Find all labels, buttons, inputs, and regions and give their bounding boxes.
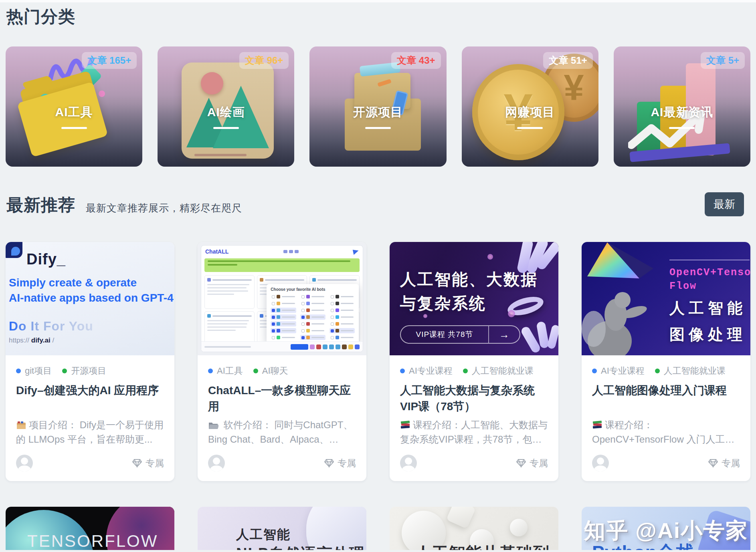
- tag-dot: [400, 369, 405, 373]
- category-underline: [365, 127, 391, 129]
- article-count-badge: 文章 51+: [543, 52, 592, 69]
- category-underline: [213, 127, 239, 129]
- vip-pill: VIP课程 共78节 →: [400, 325, 520, 344]
- card-index-dividers-icon: [16, 420, 26, 430]
- tag-ai-tools[interactable]: AI工具: [208, 365, 243, 377]
- robot-hand-art: [504, 242, 558, 289]
- banner-line4: 图像处理: [669, 324, 746, 345]
- tag-row: AI工具 AI聊天: [208, 365, 356, 377]
- member-badge: 专属: [708, 457, 740, 469]
- books-icon: [400, 420, 410, 430]
- gem-icon: [708, 458, 718, 468]
- banner-line3: 人工智能: [669, 298, 746, 318]
- dify-url: https:// dify.ai /: [9, 336, 54, 344]
- notice-banner: [204, 258, 360, 272]
- member-badge: 专属: [516, 457, 548, 469]
- latest-title: 最新推荐: [6, 194, 75, 216]
- vip-course-thumbnail: 人工智能、大数据 与复杂系统 VIP课程 共78节 →: [390, 242, 558, 355]
- tag-ai-course[interactable]: AI专业课程: [400, 365, 453, 377]
- article-description: 课程介绍：人工智能、大数据与复杂系统VIP课程，共78节，包…: [400, 418, 548, 447]
- banner-line1: 人工智能: [236, 526, 291, 544]
- tag-dot: [463, 369, 468, 373]
- category-card-ai-tools[interactable]: 文章 165+ AI工具: [6, 46, 142, 167]
- member-badge: 专属: [324, 457, 356, 469]
- tag-dot: [592, 369, 597, 373]
- member-badge: 专属: [132, 457, 164, 469]
- category-label: 网赚项目: [505, 105, 555, 119]
- hot-categories-grid: 文章 165+ AI工具 文章 96+ AI绘画: [0, 46, 756, 167]
- tag-ai-course[interactable]: AI专业课程: [592, 365, 645, 377]
- chatall-thumbnail: ChatALL Choose your favorite AI bots: [198, 242, 366, 355]
- gem-icon: [132, 458, 142, 468]
- author-avatar[interactable]: [592, 455, 609, 471]
- category-card-ai-news[interactable]: 文章 5+ AI最新资讯: [614, 46, 750, 167]
- tag-dot: [62, 369, 67, 373]
- article-description: 课程介绍： OpenCV+TensorFlow 入门人工…: [592, 418, 740, 447]
- category-underline: [517, 127, 543, 129]
- chat-input-bar: [201, 341, 363, 352]
- chatall-logo-text: ChatALL: [205, 248, 228, 255]
- zhihu-watermark: 知乎 @Ai小专家: [584, 516, 748, 546]
- tag-dot: [16, 369, 21, 373]
- gem-icon: [516, 458, 526, 468]
- dify-slogan-line2: AI-native apps based on GPT-4: [9, 292, 174, 304]
- author-avatar[interactable]: [400, 455, 417, 471]
- tag-dot: [655, 369, 660, 373]
- category-label: 开源项目: [353, 105, 403, 119]
- tag-git[interactable]: git项目: [16, 365, 52, 377]
- category-label: AI最新资讯: [651, 105, 713, 119]
- banner-line2: Flow: [669, 280, 697, 292]
- author-avatar[interactable]: [16, 455, 33, 471]
- article-title[interactable]: 人工智能大数据与复杂系统VIP课（78节）: [400, 383, 548, 415]
- article-count-badge: 文章 165+: [82, 52, 137, 69]
- popup-title: Choose your favorite AI bots: [271, 287, 355, 292]
- article-footer: 专属: [592, 455, 740, 471]
- article-description: 软件介绍： 同时与ChatGPT、Bing Chat、Bard、Alpaca、…: [208, 418, 356, 447]
- dify-thumbnail: Dify_ Simply create & operate AI-native …: [6, 242, 174, 355]
- article-card-image-processing[interactable]: OpenCV+Tensor Flow 人工智能 图像处理 AI专业课程 人工智能…: [582, 242, 750, 481]
- banner-line2: NLP自然语言处理: [236, 544, 365, 550]
- article-count-badge: 文章 43+: [391, 52, 441, 69]
- latest-filter-button[interactable]: 最新: [705, 192, 744, 216]
- latest-subtitle: 最新文章推荐展示，精彩尽在咫尺: [86, 201, 242, 215]
- category-card-open-source[interactable]: 文章 43+ 开源项目: [309, 46, 446, 167]
- books-icon: [592, 420, 602, 430]
- tag-dot: [208, 369, 213, 373]
- tag-ai-career[interactable]: 人工智能就业课: [655, 365, 726, 377]
- dify-logo-icon: [6, 242, 22, 258]
- category-card-ai-painting[interactable]: 文章 96+ AI绘画: [158, 46, 294, 167]
- article-card-ai-basics[interactable]: 人工智能从基础到实战: [390, 507, 558, 550]
- article-card-chatall[interactable]: ChatALL Choose your favorite AI bots: [198, 242, 366, 481]
- banner-line2: 与复杂系统: [400, 292, 486, 314]
- author-avatar[interactable]: [208, 455, 225, 471]
- banner-text: 人工智能从基础到实战: [415, 542, 558, 550]
- paper-plane-icon: [353, 248, 359, 255]
- article-card-dify[interactable]: Dify_ Simply create & operate AI-native …: [6, 242, 174, 481]
- category-underline: [669, 127, 695, 129]
- article-title[interactable]: ChatALL–一款多模型聊天应用: [208, 383, 356, 415]
- tag-ai-career[interactable]: 人工智能就业课: [463, 365, 534, 377]
- category-label: AI绘画: [207, 105, 245, 119]
- dify-logo-text: Dify_: [26, 251, 66, 268]
- statue-art: [582, 281, 662, 355]
- page: 热门分类 文章 165+ AI工具 文章 96+: [0, 0, 756, 552]
- article-title[interactable]: 人工智能图像处理入门课程: [592, 383, 740, 415]
- hot-categories-title: 热门分类: [6, 6, 756, 28]
- tag-row: AI专业课程 人工智能就业课: [592, 365, 740, 377]
- article-count-badge: 文章 96+: [239, 52, 289, 69]
- image-course-thumbnail: OpenCV+Tensor Flow 人工智能 图像处理: [582, 242, 750, 355]
- article-footer: 专属: [208, 455, 356, 471]
- article-card-nlp[interactable]: 人工智能 NLP自然语言处理: [198, 507, 366, 550]
- article-card-tensorflow[interactable]: TENSORFLOW: [6, 507, 174, 550]
- tag-opensource[interactable]: 开源项目: [62, 365, 106, 377]
- category-card-money-projects[interactable]: 文章 51+ 网赚项目: [462, 46, 598, 167]
- article-description: 项目介绍： Dify是一个易于使用的 LLMOps 平台，旨在帮助更...: [16, 418, 164, 447]
- tag-ai-chat[interactable]: AI聊天: [253, 365, 288, 377]
- tag-dot: [253, 369, 258, 373]
- latest-section-header: 最新推荐 最新文章推荐展示，精彩尽在咫尺 最新: [6, 192, 750, 216]
- article-card-bigdata-vip[interactable]: 人工智能、大数据 与复杂系统 VIP课程 共78节 → AI专业课程 人工智能就…: [390, 242, 558, 481]
- article-grid: Dify_ Simply create & operate AI-native …: [0, 242, 756, 481]
- article-count-badge: 文章 5+: [701, 52, 745, 69]
- tag-row: AI专业课程 人工智能就业课: [400, 365, 548, 377]
- article-title[interactable]: Dify–创建强大的AI 应用程序: [16, 383, 164, 415]
